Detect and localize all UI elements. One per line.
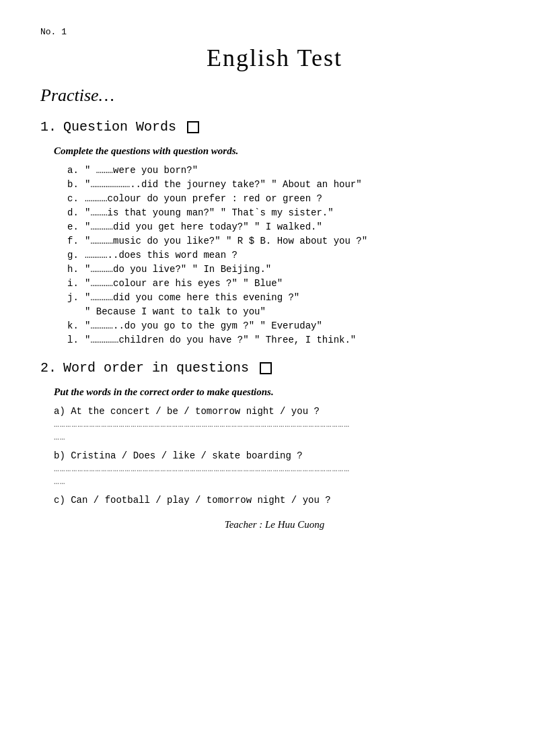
word-order-item-b: b) Cristina / Does / like / skate boardi… xyxy=(54,450,509,487)
q-text-b: "…………………..did the journey take?" " About… xyxy=(85,179,509,190)
wo-label-c: c) xyxy=(54,495,71,506)
section1-number: 1. xyxy=(40,119,57,135)
q-label-e: e. xyxy=(67,221,81,232)
page-number: No. 1 xyxy=(40,27,509,37)
practise-label: Practise… xyxy=(40,85,509,106)
list-item: b. "…………………..did the journey take?" " Ab… xyxy=(67,179,509,190)
section1: 1. Question Words Complete the questions… xyxy=(40,119,509,345)
dotted-line-a2: …… xyxy=(54,432,509,442)
section2-label: Word order in questions xyxy=(63,360,249,376)
dotted-line-b1: …………………………………………………………………………………………………………… xyxy=(54,464,509,474)
dotted-line-b2: …… xyxy=(54,477,509,487)
wo-label-b: b) xyxy=(54,450,71,461)
q-label-l: l. xyxy=(67,335,81,345)
q-text-i: "…………colour are his eyes ?" " Blue" xyxy=(85,278,509,289)
section2-checkbox[interactable] xyxy=(260,362,272,374)
wo-text-b: Cristina / Does / like / skate boarding … xyxy=(71,450,302,461)
q-text-j: "…………did you come here this evening ?" xyxy=(85,292,509,303)
section1-questions-list: a. " ………were you born?" b. "…………………..did… xyxy=(67,165,509,345)
list-item: l. "……………children do you have ?" " Three… xyxy=(67,335,509,345)
wo-label-a: a) xyxy=(54,406,71,417)
list-item: i. "…………colour are his eyes ?" " Blue" xyxy=(67,278,509,289)
section2-heading: 2. Word order in questions xyxy=(40,360,509,376)
section2: 2. Word order in questions Put the words… xyxy=(40,360,509,506)
list-item: f. "…………music do you like?" " R $ B. How… xyxy=(67,236,509,246)
list-item: d. "………is that young man?" " That`s my s… xyxy=(67,207,509,218)
q-text-a: " ………were you born?" xyxy=(85,165,509,176)
q-text-h: "…………do you live?" " In Beijing." xyxy=(85,264,509,275)
list-item: j. "…………did you come here this evening ?… xyxy=(67,292,509,303)
q-label-k: k. xyxy=(67,320,81,331)
section2-instruction: Put the words in the correct order to ma… xyxy=(54,386,509,398)
list-item: c. …………colour do youn prefer : red or gr… xyxy=(67,193,509,204)
q-label-h: h. xyxy=(67,264,81,275)
section1-label: Question Words xyxy=(63,119,176,135)
q-text-c: …………colour do youn prefer : red or green… xyxy=(85,193,509,204)
q-label-f: f. xyxy=(67,236,81,246)
q-label-i: i. xyxy=(67,278,81,289)
q-text-g: …………..does this word mean ? xyxy=(85,250,509,261)
word-order-item-a: a) At the concert / be / tomorrow night … xyxy=(54,406,509,442)
wo-text-c: Can / football / play / tomorrow night /… xyxy=(71,495,330,506)
list-item: e. "…………did you get here today?" " I wal… xyxy=(67,221,509,232)
wo-text-a: At the concert / be / tomorrow night / y… xyxy=(71,406,320,417)
section1-checkbox[interactable] xyxy=(187,121,199,133)
list-item: k. "…………..do you go to the gym ?" " Ever… xyxy=(67,320,509,331)
list-item: g. …………..does this word mean ? xyxy=(67,250,509,261)
q-label-g: g. xyxy=(67,250,81,261)
word-order-questions: a) At the concert / be / tomorrow night … xyxy=(54,406,509,506)
main-title: English Test xyxy=(40,44,509,72)
q-text-f: "…………music do you like?" " R $ B. How ab… xyxy=(85,236,509,246)
q-text-e: "…………did you get here today?" " I walked… xyxy=(85,221,509,232)
list-item: h. "…………do you live?" " In Beijing." xyxy=(67,264,509,275)
q-text-j2: " Because I want to talk to you" xyxy=(85,306,509,317)
section2-number: 2. xyxy=(40,360,57,376)
section1-heading: 1. Question Words xyxy=(40,119,509,135)
word-order-item-c: c) Can / football / play / tomorrow nigh… xyxy=(54,495,509,506)
list-item: " Because I want to talk to you" xyxy=(67,306,509,317)
q-label-j: j. xyxy=(67,292,81,303)
q-label-d: d. xyxy=(67,207,81,218)
section1-instruction: Complete the questions with question wor… xyxy=(54,145,509,157)
q-label-a: a. xyxy=(67,165,81,176)
dotted-line-a1: …………………………………………………………………………………………………………… xyxy=(54,419,509,429)
list-item: a. " ………were you born?" xyxy=(67,165,509,176)
q-text-k: "…………..do you go to the gym ?" " Everuda… xyxy=(85,320,509,331)
q-label-b: b. xyxy=(67,179,81,190)
q-label-c: c. xyxy=(67,193,81,204)
q-text-d: "………is that young man?" " That`s my sist… xyxy=(85,207,509,218)
q-text-l: "……………children do you have ?" " Three, I… xyxy=(85,335,509,345)
teacher-footer: Teacher : Le Huu Cuong xyxy=(40,519,509,530)
